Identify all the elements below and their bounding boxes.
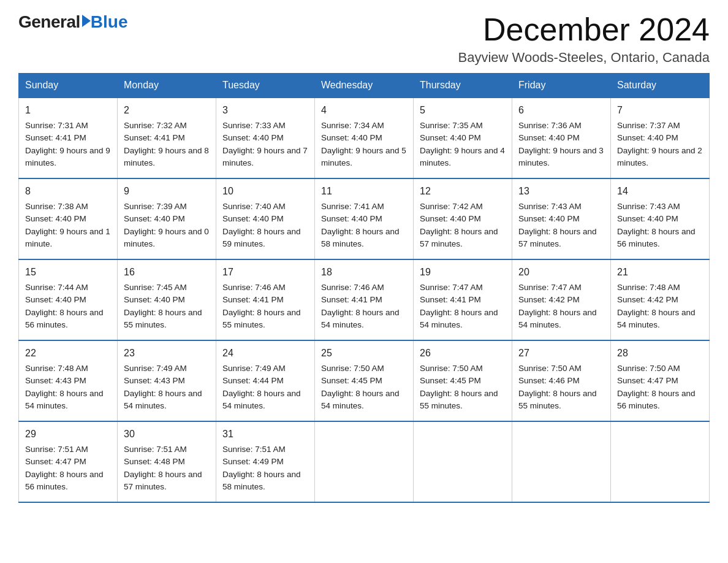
month-title: December 2024	[458, 12, 710, 47]
calendar-week-row: 29Sunrise: 7:51 AMSunset: 4:47 PMDayligh…	[19, 421, 710, 502]
day-number: 12	[420, 184, 506, 199]
day-number: 1	[25, 103, 111, 118]
day-number: 21	[617, 265, 703, 280]
day-number: 20	[518, 265, 604, 280]
calendar-cell: 26Sunrise: 7:50 AMSunset: 4:45 PMDayligh…	[414, 340, 512, 421]
calendar-cell: 25Sunrise: 7:50 AMSunset: 4:45 PMDayligh…	[315, 340, 414, 421]
calendar-cell: 13Sunrise: 7:43 AMSunset: 4:40 PMDayligh…	[512, 178, 611, 259]
calendar-cell: 12Sunrise: 7:42 AMSunset: 4:40 PMDayligh…	[414, 178, 512, 259]
day-number: 28	[617, 346, 703, 361]
calendar-cell: 17Sunrise: 7:46 AMSunset: 4:41 PMDayligh…	[216, 259, 315, 340]
page-header: General Blue December 2024 Bayview Woods…	[18, 12, 710, 66]
day-number: 11	[321, 184, 407, 199]
calendar-week-row: 15Sunrise: 7:44 AMSunset: 4:40 PMDayligh…	[19, 259, 710, 340]
day-header-saturday: Saturday	[611, 74, 710, 98]
day-number: 6	[518, 103, 604, 118]
calendar-week-row: 8Sunrise: 7:38 AMSunset: 4:40 PMDaylight…	[19, 178, 710, 259]
day-number: 10	[222, 184, 308, 199]
calendar-cell: 20Sunrise: 7:47 AMSunset: 4:42 PMDayligh…	[512, 259, 611, 340]
day-header-tuesday: Tuesday	[216, 74, 315, 98]
day-number: 16	[124, 265, 210, 280]
calendar-cell: 18Sunrise: 7:46 AMSunset: 4:41 PMDayligh…	[315, 259, 414, 340]
title-block: December 2024 Bayview Woods-Steeles, Ont…	[458, 12, 710, 66]
logo-blue-part: Blue	[80, 12, 128, 32]
day-number: 9	[124, 184, 210, 199]
calendar-cell: 14Sunrise: 7:43 AMSunset: 4:40 PMDayligh…	[611, 178, 710, 259]
day-number: 4	[321, 103, 407, 118]
day-number: 3	[222, 103, 308, 118]
logo-triangle-icon	[82, 15, 91, 27]
day-number: 26	[420, 346, 506, 361]
calendar-cell: 28Sunrise: 7:50 AMSunset: 4:47 PMDayligh…	[611, 340, 710, 421]
calendar-cell: 23Sunrise: 7:49 AMSunset: 4:43 PMDayligh…	[118, 340, 216, 421]
day-number: 18	[321, 265, 407, 280]
calendar-cell: 15Sunrise: 7:44 AMSunset: 4:40 PMDayligh…	[19, 259, 118, 340]
day-number: 15	[25, 265, 111, 280]
calendar-week-row: 1Sunrise: 7:31 AMSunset: 4:41 PMDaylight…	[19, 98, 710, 178]
day-number: 24	[222, 346, 308, 361]
day-header-sunday: Sunday	[19, 74, 118, 98]
logo: General Blue	[18, 12, 127, 32]
day-number: 17	[222, 265, 308, 280]
day-number: 2	[124, 103, 210, 118]
day-number: 25	[321, 346, 407, 361]
day-number: 7	[617, 103, 703, 118]
calendar-cell: 19Sunrise: 7:47 AMSunset: 4:41 PMDayligh…	[414, 259, 512, 340]
calendar-header-row: SundayMondayTuesdayWednesdayThursdayFrid…	[19, 74, 710, 98]
calendar-cell: 24Sunrise: 7:49 AMSunset: 4:44 PMDayligh…	[216, 340, 315, 421]
day-number: 8	[25, 184, 111, 199]
calendar-cell: 2Sunrise: 7:32 AMSunset: 4:41 PMDaylight…	[118, 98, 216, 178]
calendar-cell: 21Sunrise: 7:48 AMSunset: 4:42 PMDayligh…	[611, 259, 710, 340]
calendar-cell: 6Sunrise: 7:36 AMSunset: 4:40 PMDaylight…	[512, 98, 611, 178]
day-number: 30	[124, 427, 210, 442]
calendar-cell: 31Sunrise: 7:51 AMSunset: 4:49 PMDayligh…	[216, 421, 315, 502]
calendar-cell: 22Sunrise: 7:48 AMSunset: 4:43 PMDayligh…	[19, 340, 118, 421]
calendar-cell: 29Sunrise: 7:51 AMSunset: 4:47 PMDayligh…	[19, 421, 118, 502]
day-header-monday: Monday	[118, 74, 216, 98]
calendar-cell: 4Sunrise: 7:34 AMSunset: 4:40 PMDaylight…	[315, 98, 414, 178]
calendar-cell: 10Sunrise: 7:40 AMSunset: 4:40 PMDayligh…	[216, 178, 315, 259]
calendar-cell: 30Sunrise: 7:51 AMSunset: 4:48 PMDayligh…	[118, 421, 216, 502]
calendar-cell: 3Sunrise: 7:33 AMSunset: 4:40 PMDaylight…	[216, 98, 315, 178]
calendar-cell: 27Sunrise: 7:50 AMSunset: 4:46 PMDayligh…	[512, 340, 611, 421]
day-number: 13	[518, 184, 604, 199]
calendar-cell: 1Sunrise: 7:31 AMSunset: 4:41 PMDaylight…	[19, 98, 118, 178]
day-header-thursday: Thursday	[414, 74, 512, 98]
location-subtitle: Bayview Woods-Steeles, Ontario, Canada	[458, 50, 710, 66]
day-number: 29	[25, 427, 111, 442]
logo-general-text: General	[18, 12, 80, 32]
calendar-cell	[611, 421, 710, 502]
logo-blue-text: Blue	[91, 12, 128, 32]
day-header-wednesday: Wednesday	[315, 74, 414, 98]
calendar-cell: 9Sunrise: 7:39 AMSunset: 4:40 PMDaylight…	[118, 178, 216, 259]
calendar-cell: 7Sunrise: 7:37 AMSunset: 4:40 PMDaylight…	[611, 98, 710, 178]
day-number: 23	[124, 346, 210, 361]
calendar-cell: 8Sunrise: 7:38 AMSunset: 4:40 PMDaylight…	[19, 178, 118, 259]
calendar-cell: 11Sunrise: 7:41 AMSunset: 4:40 PMDayligh…	[315, 178, 414, 259]
calendar-cell	[414, 421, 512, 502]
calendar-cell: 5Sunrise: 7:35 AMSunset: 4:40 PMDaylight…	[414, 98, 512, 178]
calendar-table: SundayMondayTuesdayWednesdayThursdayFrid…	[18, 73, 710, 503]
day-number: 14	[617, 184, 703, 199]
day-number: 19	[420, 265, 506, 280]
calendar-cell: 16Sunrise: 7:45 AMSunset: 4:40 PMDayligh…	[118, 259, 216, 340]
day-number: 31	[222, 427, 308, 442]
calendar-week-row: 22Sunrise: 7:48 AMSunset: 4:43 PMDayligh…	[19, 340, 710, 421]
calendar-cell	[512, 421, 611, 502]
day-number: 27	[518, 346, 604, 361]
day-number: 5	[420, 103, 506, 118]
day-header-friday: Friday	[512, 74, 611, 98]
day-number: 22	[25, 346, 111, 361]
calendar-cell	[315, 421, 414, 502]
